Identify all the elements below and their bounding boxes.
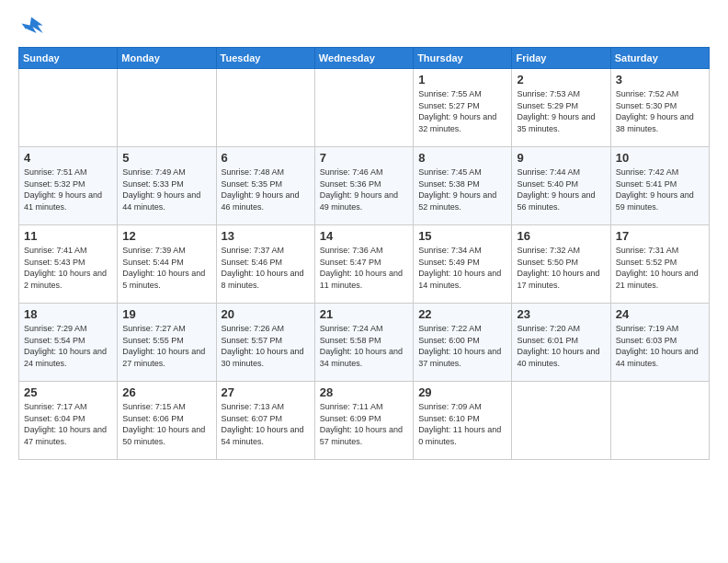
calendar-body: 1Sunrise: 7:55 AM Sunset: 5:27 PM Daylig… <box>19 69 710 460</box>
day-number: 16 <box>517 229 605 243</box>
logo-bird-icon <box>18 14 44 40</box>
calendar-cell: 21Sunrise: 7:24 AM Sunset: 5:58 PM Dayli… <box>314 304 413 382</box>
svg-marker-0 <box>22 17 43 34</box>
day-info: Sunrise: 7:22 AM Sunset: 6:00 PM Dayligh… <box>418 323 506 369</box>
day-number: 4 <box>24 151 112 165</box>
page: SundayMondayTuesdayWednesdayThursdayFrid… <box>0 0 728 563</box>
day-info: Sunrise: 7:17 AM Sunset: 6:04 PM Dayligh… <box>24 401 112 447</box>
calendar-cell: 8Sunrise: 7:45 AM Sunset: 5:38 PM Daylig… <box>414 147 512 225</box>
weekday-header: Tuesday <box>216 48 314 69</box>
calendar-cell: 5Sunrise: 7:49 AM Sunset: 5:33 PM Daylig… <box>118 147 216 225</box>
day-info: Sunrise: 7:39 AM Sunset: 5:44 PM Dayligh… <box>122 245 210 291</box>
calendar-week-row: 4Sunrise: 7:51 AM Sunset: 5:32 PM Daylig… <box>19 147 710 225</box>
calendar-header: SundayMondayTuesdayWednesdayThursdayFrid… <box>19 48 710 69</box>
calendar-cell <box>19 69 118 147</box>
day-number: 12 <box>122 229 210 243</box>
calendar-cell: 3Sunrise: 7:52 AM Sunset: 5:30 PM Daylig… <box>610 69 709 147</box>
weekday-header: Wednesday <box>314 48 413 69</box>
calendar-cell <box>118 69 216 147</box>
day-info: Sunrise: 7:11 AM Sunset: 6:09 PM Dayligh… <box>320 401 408 447</box>
day-number: 1 <box>418 73 506 86</box>
calendar-cell: 4Sunrise: 7:51 AM Sunset: 5:32 PM Daylig… <box>19 147 118 225</box>
day-info: Sunrise: 7:34 AM Sunset: 5:49 PM Dayligh… <box>418 245 506 291</box>
day-number: 20 <box>222 307 310 321</box>
day-number: 10 <box>616 151 704 165</box>
day-number: 26 <box>122 385 210 399</box>
calendar-cell: 20Sunrise: 7:26 AM Sunset: 5:57 PM Dayli… <box>216 304 314 382</box>
calendar-cell: 27Sunrise: 7:13 AM Sunset: 6:07 PM Dayli… <box>216 382 314 460</box>
day-info: Sunrise: 7:26 AM Sunset: 5:57 PM Dayligh… <box>222 323 310 369</box>
calendar-cell: 10Sunrise: 7:42 AM Sunset: 5:41 PM Dayli… <box>610 147 709 225</box>
weekday-header: Saturday <box>610 48 709 69</box>
day-info: Sunrise: 7:27 AM Sunset: 5:55 PM Dayligh… <box>122 323 210 369</box>
day-number: 5 <box>122 151 210 165</box>
calendar-cell: 16Sunrise: 7:32 AM Sunset: 5:50 PM Dayli… <box>512 225 610 304</box>
calendar-cell: 13Sunrise: 7:37 AM Sunset: 5:46 PM Dayli… <box>216 225 314 304</box>
day-info: Sunrise: 7:41 AM Sunset: 5:43 PM Dayligh… <box>24 245 112 291</box>
calendar-cell: 14Sunrise: 7:36 AM Sunset: 5:47 PM Dayli… <box>314 225 413 304</box>
day-number: 19 <box>122 307 210 321</box>
calendar-cell: 28Sunrise: 7:11 AM Sunset: 6:09 PM Dayli… <box>314 382 413 460</box>
day-info: Sunrise: 7:24 AM Sunset: 5:58 PM Dayligh… <box>320 323 408 369</box>
day-number: 13 <box>222 229 310 243</box>
calendar-cell: 9Sunrise: 7:44 AM Sunset: 5:40 PM Daylig… <box>512 147 610 225</box>
calendar-cell <box>610 382 709 460</box>
day-info: Sunrise: 7:42 AM Sunset: 5:41 PM Dayligh… <box>616 167 704 213</box>
day-info: Sunrise: 7:19 AM Sunset: 6:03 PM Dayligh… <box>616 323 704 369</box>
day-info: Sunrise: 7:55 AM Sunset: 5:27 PM Dayligh… <box>418 88 506 134</box>
day-number: 22 <box>418 307 506 321</box>
day-number: 2 <box>517 73 605 86</box>
day-number: 9 <box>517 151 605 165</box>
day-info: Sunrise: 7:53 AM Sunset: 5:29 PM Dayligh… <box>517 88 605 134</box>
weekday-row: SundayMondayTuesdayWednesdayThursdayFrid… <box>19 48 710 69</box>
calendar-week-row: 18Sunrise: 7:29 AM Sunset: 5:54 PM Dayli… <box>19 304 710 382</box>
weekday-header: Sunday <box>19 48 118 69</box>
day-info: Sunrise: 7:48 AM Sunset: 5:35 PM Dayligh… <box>222 167 310 213</box>
day-info: Sunrise: 7:36 AM Sunset: 5:47 PM Dayligh… <box>320 245 408 291</box>
day-info: Sunrise: 7:32 AM Sunset: 5:50 PM Dayligh… <box>517 245 605 291</box>
header <box>18 14 710 40</box>
weekday-header: Thursday <box>414 48 512 69</box>
calendar-cell: 17Sunrise: 7:31 AM Sunset: 5:52 PM Dayli… <box>610 225 709 304</box>
day-number: 23 <box>517 307 605 321</box>
calendar: SundayMondayTuesdayWednesdayThursdayFrid… <box>18 47 710 460</box>
day-info: Sunrise: 7:52 AM Sunset: 5:30 PM Dayligh… <box>616 88 704 134</box>
day-number: 3 <box>616 73 704 86</box>
day-info: Sunrise: 7:46 AM Sunset: 5:36 PM Dayligh… <box>320 167 408 213</box>
calendar-cell: 15Sunrise: 7:34 AM Sunset: 5:49 PM Dayli… <box>414 225 512 304</box>
calendar-cell <box>314 69 413 147</box>
calendar-cell: 26Sunrise: 7:15 AM Sunset: 6:06 PM Dayli… <box>118 382 216 460</box>
calendar-cell: 29Sunrise: 7:09 AM Sunset: 6:10 PM Dayli… <box>414 382 512 460</box>
day-number: 14 <box>320 229 408 243</box>
day-number: 15 <box>418 229 506 243</box>
day-number: 17 <box>616 229 704 243</box>
day-info: Sunrise: 7:20 AM Sunset: 6:01 PM Dayligh… <box>517 323 605 369</box>
day-number: 28 <box>320 385 408 399</box>
day-info: Sunrise: 7:31 AM Sunset: 5:52 PM Dayligh… <box>616 245 704 291</box>
day-number: 7 <box>320 151 408 165</box>
calendar-week-row: 1Sunrise: 7:55 AM Sunset: 5:27 PM Daylig… <box>19 69 710 147</box>
day-number: 25 <box>24 385 112 399</box>
calendar-week-row: 25Sunrise: 7:17 AM Sunset: 6:04 PM Dayli… <box>19 382 710 460</box>
day-number: 6 <box>222 151 310 165</box>
calendar-cell: 12Sunrise: 7:39 AM Sunset: 5:44 PM Dayli… <box>118 225 216 304</box>
calendar-cell: 2Sunrise: 7:53 AM Sunset: 5:29 PM Daylig… <box>512 69 610 147</box>
day-number: 11 <box>24 229 112 243</box>
logo <box>18 14 48 40</box>
calendar-cell: 25Sunrise: 7:17 AM Sunset: 6:04 PM Dayli… <box>19 382 118 460</box>
day-number: 21 <box>320 307 408 321</box>
day-number: 29 <box>418 385 506 399</box>
calendar-cell: 18Sunrise: 7:29 AM Sunset: 5:54 PM Dayli… <box>19 304 118 382</box>
calendar-cell: 22Sunrise: 7:22 AM Sunset: 6:00 PM Dayli… <box>414 304 512 382</box>
calendar-cell: 23Sunrise: 7:20 AM Sunset: 6:01 PM Dayli… <box>512 304 610 382</box>
day-number: 24 <box>616 307 704 321</box>
calendar-cell: 11Sunrise: 7:41 AM Sunset: 5:43 PM Dayli… <box>19 225 118 304</box>
day-info: Sunrise: 7:13 AM Sunset: 6:07 PM Dayligh… <box>222 401 310 447</box>
day-number: 18 <box>24 307 112 321</box>
calendar-cell <box>512 382 610 460</box>
weekday-header: Monday <box>118 48 216 69</box>
calendar-cell: 6Sunrise: 7:48 AM Sunset: 5:35 PM Daylig… <box>216 147 314 225</box>
day-info: Sunrise: 7:45 AM Sunset: 5:38 PM Dayligh… <box>418 167 506 213</box>
calendar-cell <box>216 69 314 147</box>
day-info: Sunrise: 7:49 AM Sunset: 5:33 PM Dayligh… <box>122 167 210 213</box>
